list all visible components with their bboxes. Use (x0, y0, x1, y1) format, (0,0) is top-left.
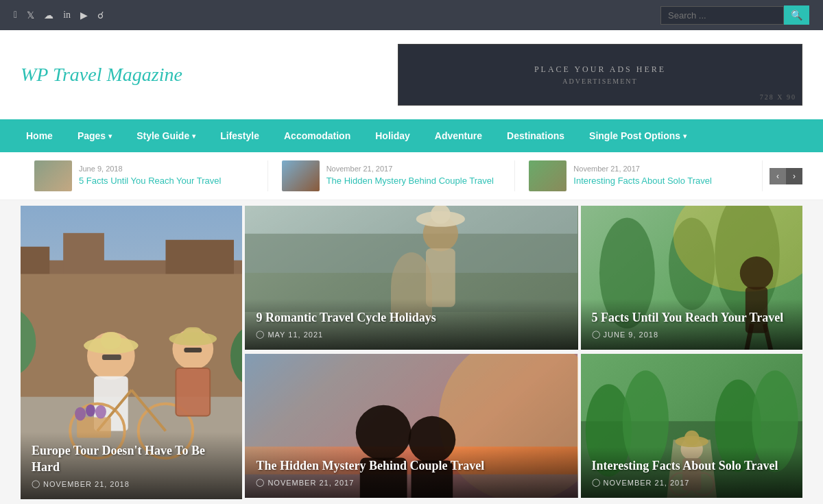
card-travel-right[interactable]: 5 Facts Until You Reach Your Travel ◯ JU… (581, 206, 802, 350)
ticker-date-3: November 21, 2017 (573, 165, 748, 173)
clock-icon: ◯ (592, 478, 601, 487)
card-couple-sunset-title: The Hidden Mystery Behind Couple Travel (256, 458, 566, 474)
facebook-icon[interactable]:  (14, 10, 17, 21)
ticker-thumb-1 (34, 160, 72, 191)
card-couple-sunset[interactable]: The Hidden Mystery Behind Couple Travel … (245, 354, 577, 498)
svg-point-26 (75, 407, 86, 421)
clock-icon: ◯ (32, 479, 40, 488)
chevron-down-icon: ▾ (108, 132, 112, 140)
svg-point-27 (86, 405, 95, 417)
ticker-title-1[interactable]: 5 Facts Until You Reach Your Travel (79, 176, 254, 187)
svg-rect-30 (176, 368, 210, 416)
ticker-item-3: November 21, 2017 Interesting Facts Abou… (515, 160, 763, 191)
ticker-date-1: June 9, 2018 (79, 165, 254, 173)
search-input[interactable] (660, 6, 784, 25)
main-content-grid: 9 Romantic Travel Cycle Holidays ◯ MAY 1… (0, 200, 823, 504)
card-couple-sunset-date: ◯ NOVEMBER 21, 2017 (256, 478, 566, 487)
nav-accomodation[interactable]: Accomodation (272, 119, 363, 152)
ticker-prev-button[interactable]: ‹ (770, 168, 786, 184)
instagram-icon[interactable]: ☁ (44, 10, 53, 21)
top-bar:  𝕏 ☁ in ▶ ☌ 🔍 (0, 0, 823, 30)
chevron-down-icon: ▾ (683, 132, 687, 140)
card-couple-bike-title: Europe Tour Doesn't Have To Be Hard (32, 443, 231, 475)
ticker-bar: June 9, 2018 5 Facts Until You Reach You… (0, 152, 823, 200)
card-travel-right-title: 5 Facts Until You Reach Your Travel (592, 310, 791, 326)
nav-pages[interactable]: Pages ▾ (65, 119, 124, 152)
card-cycling-title: 9 Romantic Travel Cycle Holidays (256, 310, 566, 326)
ad-banner: PLACE YOUR ADS HERE ADVERTISEMENT 728 X … (398, 44, 802, 106)
main-nav: Home Pages ▾ Style Guide ▾ Lifestyle Acc… (0, 119, 823, 152)
svg-rect-32 (182, 327, 203, 342)
ticker-title-2[interactable]: The Hidden Mystery Behind Couple Travel (326, 176, 501, 187)
ad-label: ADVERTISEMENT (562, 77, 637, 85)
ticker-title-3[interactable]: Interesting Facts About Solo Travel (573, 176, 748, 187)
ticker-info-2: November 21, 2017 The Hidden Mystery Beh… (326, 165, 501, 187)
nav-destinations[interactable]: Destinations (494, 119, 577, 152)
nav-style-guide[interactable]: Style Guide ▾ (124, 119, 208, 152)
card-travel-right-date: ◯ JUNE 9, 2018 (592, 330, 791, 339)
linkedin-icon[interactable]: in (63, 10, 71, 21)
youtube-icon[interactable]: ▶ (80, 10, 88, 21)
card-couple-sunset-overlay: The Hidden Mystery Behind Couple Travel … (245, 447, 577, 498)
card-couple-bike[interactable]: Europe Tour Doesn't Have To Be Hard ◯ NO… (21, 206, 242, 499)
svg-point-40 (739, 256, 773, 290)
clock-icon: ◯ (256, 330, 265, 339)
ticker-next-button[interactable]: › (786, 168, 802, 184)
card-solo-travel-title: Interesting Facts About Solo Travel (592, 458, 791, 474)
card-travel-right-overlay: 5 Facts Until You Reach Your Travel ◯ JU… (581, 299, 802, 350)
ticker-thumb-2 (282, 160, 320, 191)
card-cycling-date: ◯ MAY 11, 2021 (256, 330, 566, 339)
chevron-down-icon: ▾ (192, 132, 195, 140)
card-cycling[interactable]: 9 Romantic Travel Cycle Holidays ◯ MAY 1… (245, 206, 577, 350)
svg-rect-33 (184, 348, 202, 352)
ad-title: PLACE YOUR ADS HERE (534, 64, 666, 75)
nav-single-post-options[interactable]: Single Post Options ▾ (577, 119, 699, 152)
ad-size: 728 X 90 (760, 93, 796, 101)
svg-rect-19 (101, 332, 121, 349)
ticker-item-2: November 21, 2017 The Hidden Mystery Beh… (268, 160, 516, 191)
site-logo[interactable]: WP Travel Magazine (21, 64, 182, 86)
clock-icon: ◯ (592, 330, 601, 339)
ticker-thumb-3 (529, 160, 566, 191)
card-cycling-overlay: 9 Romantic Travel Cycle Holidays ◯ MAY 1… (245, 299, 577, 350)
nav-holiday[interactable]: Holiday (363, 119, 422, 152)
ticker-date-2: November 21, 2017 (326, 165, 501, 173)
social-icons:  𝕏 ☁ in ▶ ☌ (14, 10, 104, 21)
ticker-info-3: November 21, 2017 Interesting Facts Abou… (573, 165, 748, 187)
card-solo-travel-date: ◯ NOVEMBER 21, 2017 (592, 478, 791, 487)
pinterest-icon[interactable]: ☌ (97, 10, 104, 21)
svg-rect-20 (102, 355, 121, 360)
nav-home[interactable]: Home (14, 119, 65, 152)
card-couple-bike-date: ◯ NOVEMBER 21, 2018 (32, 479, 231, 488)
header: WP Travel Magazine PLACE YOUR ADS HERE A… (0, 30, 823, 119)
card-solo-travel[interactable]: Interesting Facts About Solo Travel ◯ NO… (581, 354, 802, 498)
twitter-icon[interactable]: 𝕏 (27, 10, 34, 21)
nav-lifestyle[interactable]: Lifestyle (208, 119, 272, 152)
ticker-navigation: ‹ › (770, 168, 802, 184)
clock-icon: ◯ (256, 478, 265, 487)
card-couple-bike-overlay: Europe Tour Doesn't Have To Be Hard ◯ NO… (21, 432, 242, 499)
search-bar: 🔍 (660, 5, 809, 25)
ticker-info-1: June 9, 2018 5 Facts Until You Reach You… (79, 165, 254, 187)
nav-adventure[interactable]: Adventure (422, 119, 494, 152)
ticker-item-1: June 9, 2018 5 Facts Until You Reach You… (21, 160, 268, 191)
svg-point-28 (95, 405, 106, 419)
svg-rect-67 (684, 431, 699, 446)
search-button[interactable]: 🔍 (784, 5, 809, 25)
card-solo-travel-overlay: Interesting Facts About Solo Travel ◯ NO… (581, 447, 802, 498)
